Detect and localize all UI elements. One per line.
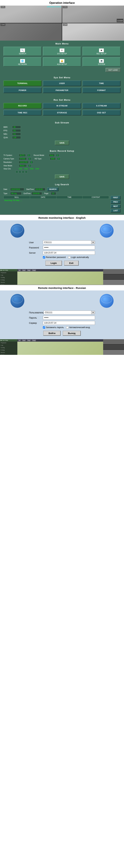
end-time-input[interactable]: [32, 192, 42, 195]
user-button[interactable]: USER: [43, 81, 81, 86]
system-button[interactable]: 💻 SYSTEM: [83, 57, 121, 66]
ch2-checkbox[interactable]: ✓: [19, 170, 21, 173]
start-time-input[interactable]: [35, 188, 45, 191]
view-mode-value: Mode 1: [19, 164, 27, 167]
start-time-label: StartTime:: [26, 188, 34, 190]
record-mode-label: Record Mode:: [34, 154, 48, 156]
tv-system-row: TV System: AUTO ▼ Record Mode: Auto ▼: [3, 154, 121, 157]
sidebar-item-6-en[interactable]: Device: [0, 281, 18, 284]
get-lead-button[interactable]: GET LEAD: [105, 68, 121, 72]
camera-cell-3: CH3: [0, 23, 62, 41]
log-prev-button[interactable]: PREV: [111, 200, 121, 204]
m-stream-button[interactable]: M-STREAM: [43, 103, 81, 108]
toolbar-btn-2-en[interactable]: Start: [22, 270, 26, 271]
terminal-button[interactable]: TERMINAL: [3, 81, 41, 86]
log-search-button[interactable]: SEARCH: [47, 187, 59, 191]
sys-set-panel: Sys Set Menu TERMINAL USER TIME POWER PA…: [0, 74, 124, 97]
log-last-button[interactable]: LAST: [111, 209, 121, 213]
search-button[interactable]: 🔍 SEARCH: [3, 47, 41, 56]
s-stream-button[interactable]: S-STREAM: [83, 103, 121, 108]
format-button[interactable]: FORMAT: [83, 88, 121, 93]
user-dropdown-ru[interactable]: ▼: [91, 311, 95, 314]
toolbar-btn-4-en[interactable]: Snap: [32, 270, 36, 271]
qua-value: CIF: [12, 136, 21, 139]
auto-login-input-ru[interactable]: [66, 327, 68, 329]
sys-setup-button[interactable]: ⚙ SYS SETUP: [43, 47, 81, 56]
sidebar-item-5-en[interactable]: E-Map: [0, 279, 18, 281]
sub-stream-save-button[interactable]: SAVE: [55, 141, 69, 145]
sidebar-item-3-en[interactable]: Log: [0, 274, 18, 276]
ch3-checkbox[interactable]: ✓: [22, 170, 24, 173]
server-row-ru: Сервер: [29, 321, 95, 325]
basic-record-save-button[interactable]: SAVE: [55, 175, 69, 179]
alm-setup-button[interactable]: 🔔 ALM SETUP: [43, 57, 81, 66]
type-input[interactable]: [10, 192, 22, 195]
parameter-button[interactable]: PARAMETER: [43, 88, 81, 93]
view-mode-dropdown-icon[interactable]: ▼: [28, 164, 31, 167]
ch4-checkbox[interactable]: ✓: [25, 170, 27, 173]
power-button[interactable]: POWER: [3, 88, 41, 93]
toolbar-btn-3-en[interactable]: Stop: [27, 270, 31, 271]
sidebar-item-6-ru[interactable]: Device: [0, 351, 18, 354]
camera-type-label: Camera Type:: [3, 158, 18, 160]
toolbar-btn-3-ru[interactable]: Stop: [27, 340, 31, 341]
log-next-button[interactable]: NEXT: [111, 205, 121, 208]
time-button[interactable]: TIME: [83, 81, 121, 86]
user-label-en: User: [29, 241, 43, 244]
resolution-dropdown-icon[interactable]: ▼: [30, 161, 33, 163]
hd-type-dropdown-icon[interactable]: ▼: [57, 157, 60, 160]
login-button-ru[interactable]: Войти: [43, 331, 61, 336]
date-input[interactable]: [10, 188, 24, 191]
sidebar-item-7-ru[interactable]: Alarm: [0, 354, 18, 355]
view-mode-row: View Mode: Mode 1 ▼: [3, 164, 121, 167]
fps-value: D1: [12, 129, 21, 132]
resolution-label: Resolution:: [3, 161, 18, 163]
ch1-checkbox[interactable]: ✓: [16, 170, 18, 173]
log-content-area: NULL DATE TIME CONTENT Searching, Pls Wa…: [3, 196, 121, 213]
globe-area-en: [10, 224, 114, 238]
sidebar-item-3-ru[interactable]: Log: [0, 344, 18, 346]
sub-stream-title: Sub Stream: [3, 121, 121, 124]
user-input-en[interactable]: [43, 241, 91, 244]
sidebar-item-4-en[interactable]: Config: [0, 276, 18, 279]
password-input-ru[interactable]: [43, 316, 95, 319]
page-label: Page:: [44, 192, 50, 194]
sidebar-item-5-ru[interactable]: E-Map: [0, 349, 18, 351]
exit-button-en[interactable]: Exit: [64, 260, 79, 266]
toolbar-btn-1-en[interactable]: All: [18, 270, 21, 271]
sidebar-item-7-en[interactable]: Alarm: [0, 284, 18, 285]
bbr-row: BBR: 4K: [3, 126, 121, 128]
tv-system-dropdown-icon[interactable]: ▼: [27, 154, 31, 157]
camera-type-dropdown-icon[interactable]: ▼: [28, 157, 31, 160]
user-input-ru[interactable]: [43, 311, 91, 314]
record-mode-dropdown-icon[interactable]: ▼: [56, 154, 59, 157]
osd-set-button[interactable]: OSD SET: [83, 110, 121, 116]
toolbar-btn-4-ru[interactable]: Snap: [32, 340, 36, 341]
user-dropdown-en[interactable]: ▼: [91, 241, 95, 244]
remember-input-ru[interactable]: [43, 327, 45, 329]
sidebar-item-1-ru[interactable]: ▶ Live View: [0, 339, 18, 342]
login-button-en[interactable]: Login: [45, 260, 62, 266]
password-input-en[interactable]: [43, 246, 95, 249]
ch-checkboxes-row: ✓ ✓ ✓ ✓: [3, 170, 121, 173]
server-input-en[interactable]: [43, 251, 95, 255]
time-rec-button[interactable]: TIME REC: [3, 110, 41, 116]
log-first-button[interactable]: FIRST: [111, 196, 121, 199]
server-input-ru[interactable]: [43, 321, 95, 325]
sidebar-item-1-en[interactable]: ▶ Live View: [0, 269, 18, 272]
sidebar-item-4-ru[interactable]: Config: [0, 346, 18, 349]
exit-button-ru[interactable]: Выход: [63, 331, 81, 336]
app-toolbar-ru: All Start Stop Snap: [18, 339, 103, 342]
main-menu-grid: 🔍 SEARCH ⚙ SYS SETUP ⏺ REC SETUP 🌐 NETWO…: [3, 47, 121, 66]
network-button[interactable]: 🌐 NETWORK: [3, 57, 41, 66]
storage-button[interactable]: STORAGE: [43, 110, 81, 116]
sidebar-item-2-ru[interactable]: Playback: [0, 342, 18, 344]
toolbar-btn-1-ru[interactable]: All: [18, 340, 21, 341]
camera-type-value: 6TVOC: [19, 157, 27, 160]
auto-login-input-en[interactable]: [68, 256, 70, 258]
sidebar-item-2-en[interactable]: Playback: [0, 272, 18, 274]
toolbar-btn-2-ru[interactable]: Start: [22, 340, 26, 341]
rec-setup-button[interactable]: ⏺ REC SETUP: [83, 47, 121, 56]
remember-input-en[interactable]: [43, 256, 45, 258]
record-button[interactable]: RECORD: [3, 103, 41, 108]
